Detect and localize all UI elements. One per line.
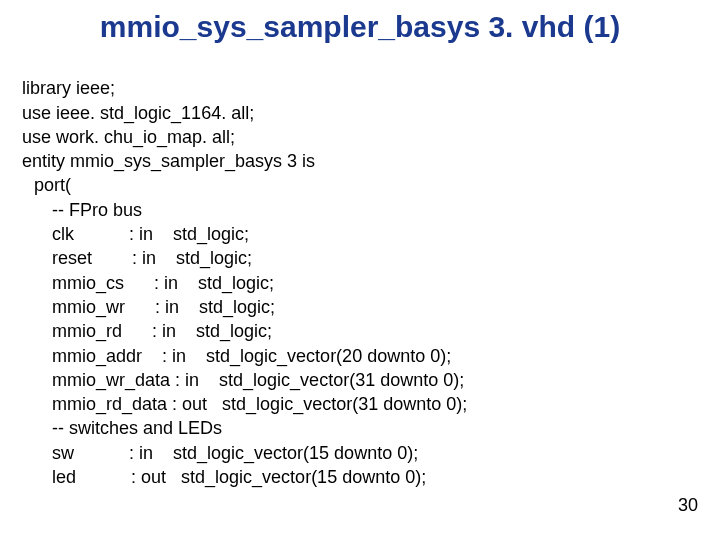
code-line: library ieee; (22, 78, 115, 98)
code-line: mmio_rd : in std_logic; (22, 319, 272, 343)
code-line: mmio_cs : in std_logic; (22, 271, 274, 295)
code-line: use ieee. std_logic_1164. all; (22, 103, 254, 123)
code-line: port( (22, 173, 71, 197)
code-line: reset : in std_logic; (22, 246, 252, 270)
code-line: -- switches and LEDs (22, 416, 222, 440)
code-line: clk : in std_logic; (22, 222, 249, 246)
code-line: entity mmio_sys_sampler_basys 3 is (22, 151, 315, 171)
code-block: library ieee; use ieee. std_logic_1164. … (0, 52, 720, 489)
code-line: -- FPro bus (22, 198, 142, 222)
page-number: 30 (678, 495, 698, 516)
slide: mmio_sys_sampler_basys 3. vhd (1) librar… (0, 0, 720, 540)
code-line: sw : in std_logic_vector(15 downto 0); (22, 441, 418, 465)
code-line: mmio_addr : in std_logic_vector(20 downt… (22, 344, 451, 368)
code-line: mmio_rd_data : out std_logic_vector(31 d… (22, 392, 467, 416)
slide-title: mmio_sys_sampler_basys 3. vhd (1) (0, 0, 720, 52)
code-line: use work. chu_io_map. all; (22, 127, 235, 147)
code-line: mmio_wr_data : in std_logic_vector(31 do… (22, 368, 464, 392)
code-line: led : out std_logic_vector(15 downto 0); (22, 465, 426, 489)
code-line: mmio_wr : in std_logic; (22, 295, 275, 319)
